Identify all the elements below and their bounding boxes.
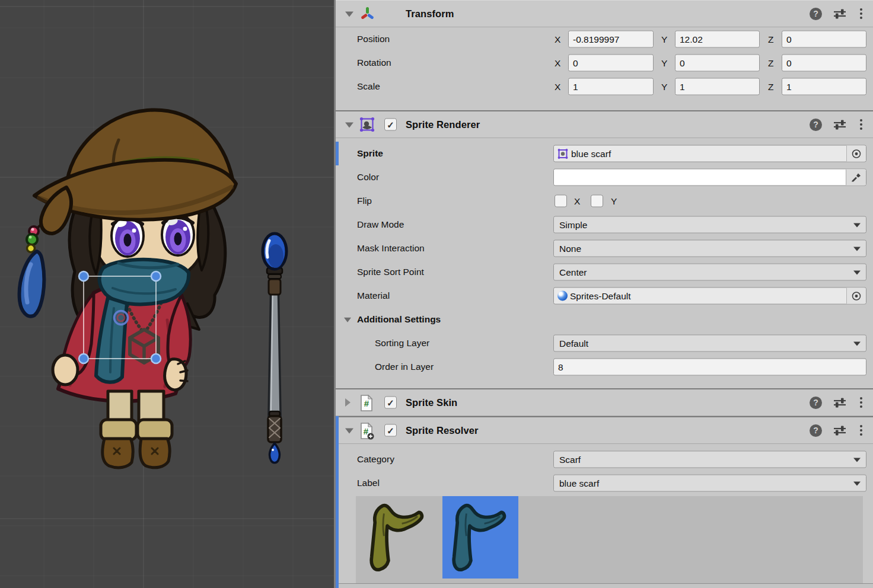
selection-handle[interactable] <box>79 271 88 281</box>
sprite-object-field[interactable]: blue scarf <box>553 145 866 162</box>
presets-icon[interactable] <box>833 425 846 436</box>
sorting-layer-row: Sorting Layer Default <box>336 331 873 355</box>
position-x-field[interactable]: -0.8199997 <box>568 31 654 48</box>
material-object-field[interactable]: Sprites-Default <box>553 287 866 305</box>
selection-handle[interactable] <box>151 354 161 363</box>
staff-sprite[interactable] <box>263 234 286 463</box>
sprite-variant-blue-scarf-selected[interactable] <box>442 496 518 579</box>
character-sprite[interactable] <box>20 110 236 467</box>
presets-icon[interactable] <box>833 119 846 130</box>
category-dropdown[interactable]: Scarf <box>553 451 866 468</box>
object-picker-button[interactable] <box>846 288 866 304</box>
scale-y-field[interactable]: 1 <box>675 78 760 95</box>
svg-text:#: # <box>364 398 369 408</box>
flip-row: Flip X Y <box>336 189 873 213</box>
category-label: Category <box>357 454 394 465</box>
position-y-field[interactable]: 12.02 <box>675 31 760 48</box>
axis-y-label: Y <box>661 57 667 68</box>
foldout-open-icon[interactable] <box>345 11 353 17</box>
draw-mode-label: Draw Mode <box>357 219 404 230</box>
sprite-renderer-body: Sprite blue scarf <box>336 138 873 388</box>
sprite-skin-header[interactable]: # ✓ Sprite Skin ? <box>336 388 873 416</box>
position-z-field[interactable]: 0 <box>782 31 866 48</box>
scale-z-field[interactable]: 1 <box>782 78 866 95</box>
label-row: Label blue scarf <box>336 471 873 495</box>
sprite-renderer-header[interactable]: ✓ Sprite Renderer ? <box>336 110 873 138</box>
sorting-layer-dropdown[interactable]: Default <box>553 335 866 352</box>
sprite-value: blue scarf <box>569 146 611 162</box>
foldout-open-icon[interactable] <box>344 318 351 322</box>
sprite-row: Sprite blue scarf <box>336 142 873 165</box>
category-row: Category Scarf <box>336 448 873 471</box>
order-in-layer-field[interactable]: 8 <box>553 359 866 376</box>
rotation-label: Rotation <box>357 57 391 68</box>
kebab-menu-icon[interactable] <box>858 424 865 437</box>
draw-mode-dropdown[interactable]: Simple <box>553 216 866 234</box>
kebab-menu-icon[interactable] <box>858 396 865 409</box>
sprite-sort-point-dropdown[interactable]: Center <box>553 264 866 281</box>
foldout-closed-icon[interactable] <box>345 398 351 407</box>
material-icon <box>557 291 568 301</box>
scale-x-field[interactable]: 1 <box>568 78 654 95</box>
draw-mode-value: Simple <box>559 220 587 230</box>
label-dropdown[interactable]: blue scarf <box>553 475 866 492</box>
component-enabled-checkbox[interactable]: ✓ <box>384 397 397 409</box>
color-row: Color <box>336 165 873 189</box>
help-icon[interactable]: ? <box>810 119 822 131</box>
sorting-layer-label: Sorting Layer <box>375 338 429 349</box>
sprite-resolver-header[interactable]: # ✓ Sprite Resolver ? <box>336 416 873 444</box>
dropdown-arrow-icon <box>853 271 861 275</box>
draw-mode-row: Draw Mode Simple <box>336 213 873 237</box>
sprite-variant-strip <box>356 496 863 583</box>
component-enabled-checkbox[interactable]: ✓ <box>384 119 397 131</box>
selection-handle[interactable] <box>151 271 161 281</box>
sprite-pivot-gizmo[interactable] <box>114 311 128 325</box>
additional-settings-row[interactable]: Additional Settings <box>336 308 873 331</box>
kebab-menu-icon[interactable] <box>858 118 865 131</box>
eyedropper-button[interactable] <box>846 170 866 186</box>
mask-interaction-dropdown[interactable]: None <box>553 240 866 257</box>
help-icon[interactable]: ? <box>810 424 822 437</box>
help-icon[interactable]: ? <box>810 397 822 409</box>
help-icon[interactable]: ? <box>810 8 822 20</box>
flip-y-label: Y <box>611 196 617 206</box>
hat-feather <box>20 251 44 317</box>
additional-settings-label: Additional Settings <box>357 314 441 325</box>
sorting-layer-value: Default <box>559 338 588 349</box>
flip-label: Flip <box>357 196 372 206</box>
axis-z-label: Z <box>768 34 773 44</box>
component-enabled-checkbox[interactable]: ✓ <box>384 424 397 437</box>
sprite-sort-point-value: Center <box>559 267 587 277</box>
mask-interaction-row: Mask Interaction None <box>336 237 873 260</box>
sprite-variant-green-scarf[interactable] <box>360 496 436 579</box>
transform-header[interactable]: Transform ? <box>336 1 873 27</box>
flip-y-checkbox[interactable] <box>591 195 603 207</box>
kebab-menu-icon[interactable] <box>858 7 865 20</box>
scene-canvas[interactable] <box>0 0 334 588</box>
mask-interaction-value: None <box>559 244 581 254</box>
component-title: Sprite Resolver <box>406 425 479 436</box>
color-swatch[interactable] <box>553 169 866 186</box>
sprite-resolver-body: Category Scarf Label blue scarf <box>336 444 873 588</box>
position-label: Position <box>357 34 390 44</box>
foldout-open-icon[interactable] <box>345 122 353 127</box>
rotation-y-field[interactable]: 0 <box>675 55 760 72</box>
axis-z-label: Z <box>768 81 773 92</box>
sprite-mini-icon <box>557 148 569 159</box>
object-picker-button[interactable] <box>846 146 866 162</box>
component-title: Sprite Skin <box>406 397 457 408</box>
axis-y-label: Y <box>661 34 667 44</box>
sprite-sort-point-row: Sprite Sort Point Center <box>336 260 873 284</box>
foldout-open-icon[interactable] <box>345 428 353 433</box>
scene-view[interactable] <box>0 0 334 588</box>
inspector-panel: Transform ? Position X -0.8199997 Y 12.0… <box>336 0 873 588</box>
rotation-x-field[interactable]: 0 <box>568 55 654 72</box>
axis-x-label: X <box>555 81 560 92</box>
rotation-z-field[interactable]: 0 <box>782 55 866 72</box>
selection-handle[interactable] <box>79 354 88 363</box>
presets-icon[interactable] <box>833 397 846 408</box>
object-picker-icon <box>851 148 862 159</box>
color-label: Color <box>357 172 379 183</box>
presets-icon[interactable] <box>833 8 846 19</box>
flip-x-checkbox[interactable] <box>555 195 567 207</box>
